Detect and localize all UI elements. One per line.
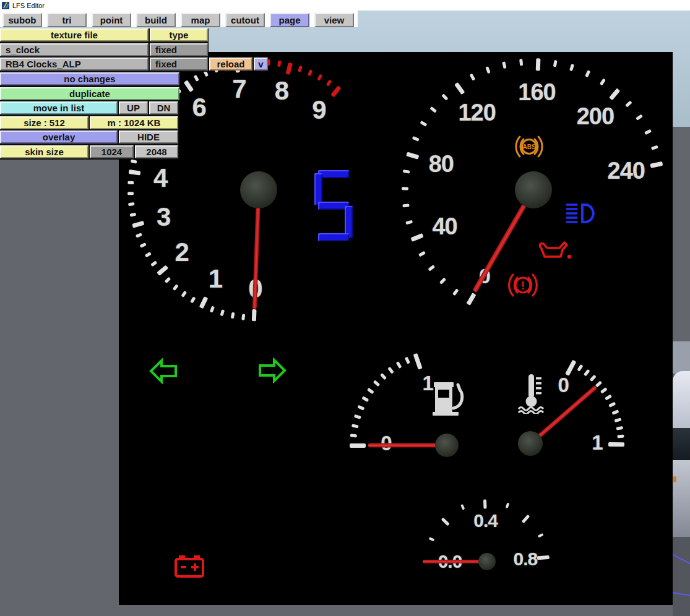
type-fixed-rb4-clocks[interactable]: fixed: [150, 58, 208, 71]
tab-view[interactable]: view: [314, 13, 354, 27]
move-in-list-label: move in list: [0, 101, 118, 114]
oil-pressure-icon: [535, 239, 574, 262]
battery-warning-icon: [174, 554, 205, 579]
dial-tick: [522, 514, 530, 523]
dial-tick: [537, 555, 550, 560]
tab-tri[interactable]: tri: [47, 13, 87, 27]
move-up-button[interactable]: UP: [119, 101, 148, 114]
overlay-button[interactable]: overlay: [0, 130, 118, 143]
car-windshield: [673, 428, 690, 461]
car-roof: [673, 371, 690, 429]
tab-page[interactable]: page: [270, 13, 309, 27]
title-bar: LFS Editor: [0, 0, 690, 11]
window-title: LFS Editor: [12, 2, 45, 9]
gear-segment: [318, 170, 349, 178]
dial-number: 0.8: [513, 549, 537, 570]
type-header[interactable]: type: [150, 28, 208, 41]
dial-tick: [538, 533, 544, 538]
tab-map[interactable]: map: [181, 13, 220, 27]
gear-indicator: [314, 170, 353, 241]
tab-build[interactable]: build: [136, 13, 176, 27]
gauge-needle: [423, 560, 487, 563]
tab-cutout[interactable]: cutout: [225, 13, 265, 27]
size-label: size : 512: [0, 116, 88, 129]
reload-options-toggle[interactable]: v: [254, 58, 268, 71]
coolant-temp-icon: [518, 373, 545, 414]
skin-size-1024-button[interactable]: 1024: [90, 145, 134, 158]
lfs-editor-window: 012346789 04080120160200240 01 01 0.00.4…: [0, 0, 690, 616]
skin-size-2048-button[interactable]: 2048: [135, 145, 178, 158]
texture-file-header[interactable]: texture file: [0, 28, 149, 41]
scenery-wall: [673, 341, 690, 374]
texture-preview-quad[interactable]: 012346789 04080120160200240 01 01 0.00.4…: [119, 52, 673, 605]
lfs-logo-icon: [2, 2, 9, 9]
memory-label: m : 1024 KB: [90, 116, 178, 129]
dial-tick: [483, 499, 487, 508]
gear-segment: [314, 173, 322, 205]
dial-number: 0.4: [473, 510, 498, 531]
tab-point[interactable]: point: [92, 13, 131, 27]
svg-text:ABS: ABS: [522, 143, 535, 150]
dial-tick: [460, 504, 465, 510]
turn-left-icon: [149, 358, 178, 384]
no-changes-button[interactable]: no changes: [0, 72, 179, 85]
dial-tick: [441, 517, 450, 526]
gear-segment: [318, 233, 349, 241]
brake-warning-icon: !: [507, 272, 539, 298]
aux-gauge-dial: 0.00.40.8: [119, 52, 673, 605]
reload-button[interactable]: reload: [209, 58, 252, 71]
tab-subob[interactable]: subob: [2, 13, 42, 27]
skin-size-label: skin size: [0, 145, 88, 158]
needle-hub: [478, 553, 496, 570]
fuel-pump-icon: [431, 377, 466, 417]
svg-text:!: !: [521, 280, 525, 292]
hide-button[interactable]: HIDE: [119, 130, 178, 143]
texture-item-rb4-clocks-alp[interactable]: RB4 Clocks_ALP: [0, 58, 149, 71]
high-beam-icon: [566, 203, 598, 224]
abs-warning-icon: ABS: [514, 135, 544, 158]
car-body: [673, 460, 690, 538]
scenery-ground: [673, 537, 690, 616]
type-fixed-s-clock[interactable]: fixed: [150, 43, 208, 56]
car-indicator-lamp: [673, 476, 676, 482]
duplicate-button[interactable]: duplicate: [0, 87, 179, 100]
move-down-button[interactable]: DN: [149, 101, 178, 114]
turn-right-icon: [258, 357, 287, 383]
texture-item-s-clock[interactable]: s_clock: [0, 43, 149, 56]
dial-tick: [429, 537, 435, 541]
dial-tick: [506, 502, 510, 508]
